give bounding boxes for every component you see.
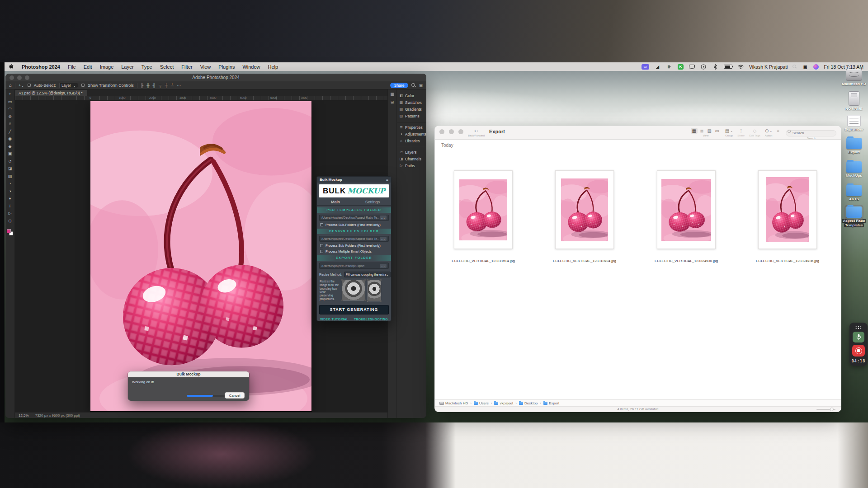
align-middle-icon[interactable]: ╪	[165, 83, 167, 88]
panel-item-gradients[interactable]: ▤Gradients	[397, 106, 426, 113]
action-button[interactable]: ⊙⌄ Action	[765, 128, 773, 137]
group-button[interactable]: ▤⌄ Group	[725, 128, 733, 137]
panel-item-properties[interactable]: ≣Properties	[397, 124, 426, 131]
color-swatches[interactable]	[7, 229, 13, 235]
panel-item-swatches[interactable]: ▦Swatches	[397, 99, 426, 106]
path-item-users[interactable]: Users	[474, 401, 489, 405]
navigator-panel-icon[interactable]: ⊞	[391, 100, 394, 104]
column-view-icon[interactable]: ▥	[706, 128, 713, 134]
play-circle-icon[interactable]	[700, 64, 707, 70]
keyboard-app-icon[interactable]: K	[678, 64, 684, 70]
troubleshooting-link[interactable]: TROUBLESHOOTING	[354, 318, 388, 321]
desktop-icon-aspect-ratio-templates[interactable]: Aspect Ratio Templates	[840, 206, 868, 227]
eyedropper-tool[interactable]: ╱	[7, 129, 14, 134]
auto-select-checkbox[interactable]	[28, 84, 31, 87]
resize-method-dropdown[interactable]: Fill canvas cropping the extra⌄	[344, 272, 391, 277]
design-subfolders-checkbox[interactable]	[320, 244, 323, 247]
path-item-desktop[interactable]: Desktop	[519, 401, 538, 405]
multiple-smart-objects-checkbox[interactable]	[320, 250, 323, 253]
apple-menu-icon[interactable]	[9, 64, 14, 70]
psd-templates-path[interactable]: /Users/vkpajeet/Desktop/Aspect Ratio Te.…	[321, 216, 379, 219]
zoom-button[interactable]	[458, 129, 463, 134]
search-icon[interactable]	[411, 83, 415, 87]
back-forward-buttons[interactable]: ‹› Back/Forward	[468, 128, 485, 137]
gallery-view-icon[interactable]: ▭	[714, 128, 721, 134]
pen-tool[interactable]: ♦	[7, 196, 14, 201]
tab-main[interactable]: Main	[317, 199, 354, 205]
file-thumbnail[interactable]	[758, 170, 817, 249]
menu-item-type[interactable]: Type	[142, 64, 152, 70]
menu-item-layer[interactable]: Layer	[121, 64, 134, 70]
icon-view-icon[interactable]: ▦	[691, 128, 698, 134]
marquee-tool[interactable]: ▭	[7, 99, 14, 104]
desktop-icon-mockups[interactable]: MockUps	[840, 161, 868, 178]
spotlight-search-icon[interactable]	[793, 65, 797, 69]
file-item[interactable]: ECLECTIC_VERTICAL_123311x14.jpg	[454, 170, 513, 249]
menu-item-view[interactable]: View	[200, 64, 211, 70]
menu-item-window[interactable]: Window	[242, 64, 260, 70]
magic-wand-tool[interactable]: ⊛	[7, 114, 14, 119]
history-brush-tool[interactable]: ↺	[7, 159, 14, 164]
panel-item-patterns[interactable]: ▨Patterns	[397, 113, 426, 119]
gradient-tool[interactable]: ▨	[7, 174, 14, 179]
menu-item-edit[interactable]: Edit	[84, 64, 92, 70]
histogram-panel-icon[interactable]: ▦	[390, 92, 394, 96]
list-view-icon[interactable]: ≣	[698, 128, 705, 134]
desktop-icon-export[interactable]: Export	[840, 138, 868, 155]
microphone-button[interactable]	[853, 332, 864, 343]
path-item-user[interactable]: vkpajeet	[494, 401, 513, 405]
panel-item-paths[interactable]: ▷Paths	[397, 162, 426, 169]
minimize-button[interactable]	[449, 129, 454, 134]
screen-mirroring-icon[interactable]: ▭	[642, 64, 649, 70]
panel-item-libraries[interactable]: ⌂Libraries	[397, 137, 426, 144]
start-generating-button[interactable]: START GENERATING	[319, 305, 389, 314]
menu-item-filter[interactable]: Filter	[181, 64, 192, 70]
siri-icon[interactable]	[813, 64, 819, 70]
menu-item-help[interactable]: Help	[268, 64, 278, 70]
export-path[interactable]: /Users/vkpajeet/Desktop/Export	[321, 264, 364, 267]
bluetooth-icon[interactable]	[712, 64, 719, 70]
share-button[interactable]: Share	[390, 83, 409, 88]
menu-username[interactable]: Vikash K Prajapati	[749, 64, 788, 70]
panel-item-layers[interactable]: ▱Layers	[397, 149, 426, 155]
clone-stamp-tool[interactable]: ▣	[7, 151, 14, 156]
file-thumbnail[interactable]	[454, 170, 513, 249]
healing-tool[interactable]: ◉	[7, 136, 14, 141]
move-tool-indicator-icon[interactable]: +⌄	[19, 83, 24, 88]
menu-item-image[interactable]: Image	[100, 64, 114, 70]
dodge-tool[interactable]: ◑	[7, 188, 14, 194]
edit-tags-button[interactable]: ◇ Edit Tags	[749, 128, 760, 137]
battery-icon[interactable]	[724, 65, 732, 69]
tab-settings[interactable]: Settings	[354, 199, 391, 205]
video-tutorial-link[interactable]: VIDEO TUTORIAL	[320, 318, 349, 321]
file-thumbnail[interactable]	[555, 170, 614, 249]
psd-subfolders-checkbox[interactable]	[320, 223, 323, 226]
brush-status-icon[interactable]: ◢	[654, 64, 661, 70]
design-files-path[interactable]: /Users/vkpajeet/Desktop/Aspect Ratio Te.…	[321, 237, 379, 240]
panel-item-color[interactable]: ◧Color	[397, 92, 426, 99]
file-item[interactable]: ECLECTIC_VERTICAL_123324x30.jpg	[657, 170, 716, 249]
path-select-tool[interactable]: ▷	[7, 211, 14, 216]
stop-record-button[interactable]	[852, 345, 865, 357]
browse-design-button[interactable]: ...	[380, 237, 387, 241]
home-icon[interactable]: ⌂	[9, 83, 12, 88]
menu-item-plugins[interactable]: Plugins	[218, 64, 235, 70]
crop-tool[interactable]: #	[7, 121, 14, 127]
brush-tool[interactable]: ◆	[7, 144, 14, 149]
path-item-macintosh-hd[interactable]: Macintosh HD	[439, 401, 468, 405]
wifi-icon[interactable]	[737, 64, 744, 70]
show-transform-checkbox[interactable]	[81, 84, 85, 87]
align-left-icon[interactable]: ╟	[141, 83, 143, 88]
file-item[interactable]: ECLECTIC_VERTICAL_123318x24.jpg	[555, 170, 614, 249]
workspace-icon[interactable]: ▣	[419, 83, 423, 88]
view-switcher[interactable]: ▦ ≣ ▥ ▭ View	[691, 128, 721, 137]
more-options-icon[interactable]: ⋯	[177, 83, 181, 88]
blur-tool[interactable]: ◔	[7, 181, 14, 186]
align-center-icon[interactable]: ╫	[146, 83, 149, 88]
close-button[interactable]	[439, 129, 444, 134]
eraser-tool[interactable]: ◪	[7, 166, 14, 171]
menu-item-file[interactable]: File	[68, 64, 76, 70]
menu-item-select[interactable]: Select	[160, 64, 174, 70]
stage-manager-icon[interactable]: ⊪	[666, 64, 673, 70]
panel-item-adjustments[interactable]: ◑Adjustments	[397, 131, 426, 137]
